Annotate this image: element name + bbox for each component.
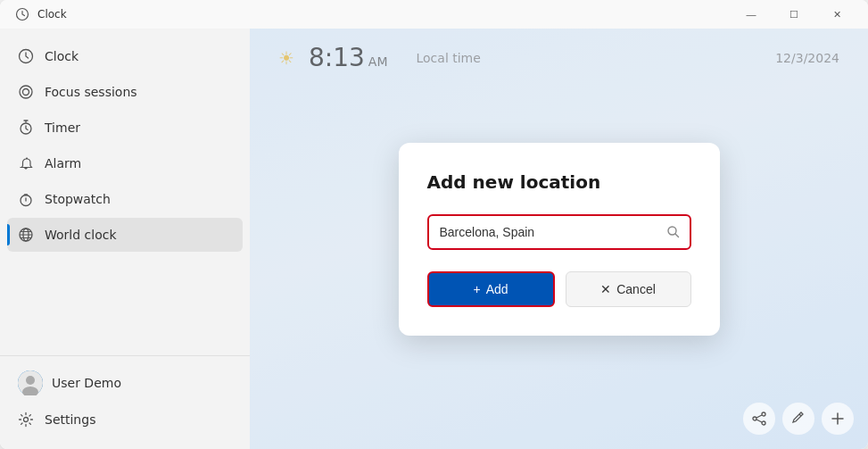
svg-point-9: [26, 376, 35, 385]
svg-point-3: [23, 89, 29, 96]
sidebar-item-worldclock-label: World clock: [45, 228, 117, 242]
settings-icon: [18, 412, 34, 428]
svg-point-15: [762, 421, 765, 425]
sidebar-bottom: User Demo Settings: [0, 355, 250, 442]
dialog-overlay: Add new location + Ad: [250, 29, 868, 449]
bottom-toolbar: [743, 403, 854, 435]
user-name: User Demo: [52, 376, 121, 390]
add-location-button[interactable]: [822, 403, 854, 435]
add-label: Add: [486, 282, 508, 296]
main-content: ☀ 8:13AM Local time 12/3/2024 Add new lo…: [250, 29, 868, 449]
sidebar: Clock Focus sessions: [0, 29, 250, 449]
sidebar-item-focus-label: Focus sessions: [45, 85, 137, 99]
svg-point-14: [753, 417, 756, 420]
user-profile[interactable]: User Demo: [14, 363, 236, 403]
window-controls: — ☐ ✕: [731, 0, 857, 29]
focus-icon: [18, 84, 34, 100]
sidebar-item-timer-label: Timer: [45, 121, 80, 135]
stopwatch-icon: [18, 191, 34, 207]
sidebar-item-worldclock[interactable]: World clock: [7, 218, 243, 252]
settings-item[interactable]: Settings: [14, 404, 236, 435]
sidebar-item-focus[interactable]: Focus sessions: [7, 75, 243, 109]
sidebar-item-alarm[interactable]: Alarm: [7, 146, 243, 180]
add-button[interactable]: + Add: [427, 271, 555, 307]
cancel-label: Cancel: [616, 282, 656, 296]
sidebar-item-alarm-label: Alarm: [45, 156, 81, 170]
minimize-button[interactable]: —: [731, 0, 772, 29]
title-bar: Clock — ☐ ✕: [0, 0, 868, 29]
cancel-button[interactable]: ✕ Cancel: [566, 271, 691, 307]
settings-label: Settings: [45, 412, 95, 427]
search-icon: [666, 225, 681, 239]
sidebar-nav: Clock Focus sessions: [0, 36, 250, 355]
sidebar-item-clock-label: Clock: [45, 49, 79, 63]
alarm-icon: [18, 155, 34, 171]
sidebar-item-timer[interactable]: Timer: [7, 111, 243, 145]
dialog-title: Add new location: [427, 171, 691, 193]
cancel-x-icon: ✕: [600, 282, 611, 296]
add-location-dialog: Add new location + Ad: [399, 143, 720, 336]
share-button[interactable]: [743, 403, 775, 435]
app-body: Clock Focus sessions: [0, 29, 868, 449]
edit-button[interactable]: [782, 403, 814, 435]
add-plus-icon: +: [473, 282, 480, 296]
avatar: [18, 370, 43, 395]
timer-icon: [18, 120, 34, 136]
clock-title-icon: [14, 6, 30, 22]
title-bar-left: Clock: [14, 6, 67, 22]
svg-point-11: [24, 418, 29, 422]
svg-point-13: [762, 412, 765, 416]
search-input-wrapper: [427, 214, 691, 250]
app-title: Clock: [37, 8, 67, 21]
worldclock-icon: [18, 227, 34, 243]
clock-icon: [18, 48, 34, 64]
sidebar-item-stopwatch[interactable]: Stopwatch: [7, 182, 243, 216]
sidebar-item-stopwatch-label: Stopwatch: [45, 192, 111, 206]
close-button[interactable]: ✕: [816, 0, 857, 29]
sidebar-item-clock[interactable]: Clock: [7, 39, 243, 73]
app-window: Clock — ☐ ✕ Clock: [0, 0, 868, 449]
location-search-input[interactable]: [427, 214, 691, 250]
maximize-button[interactable]: ☐: [773, 0, 814, 29]
svg-point-2: [20, 86, 32, 98]
dialog-actions: + Add ✕ Cancel: [427, 271, 691, 307]
